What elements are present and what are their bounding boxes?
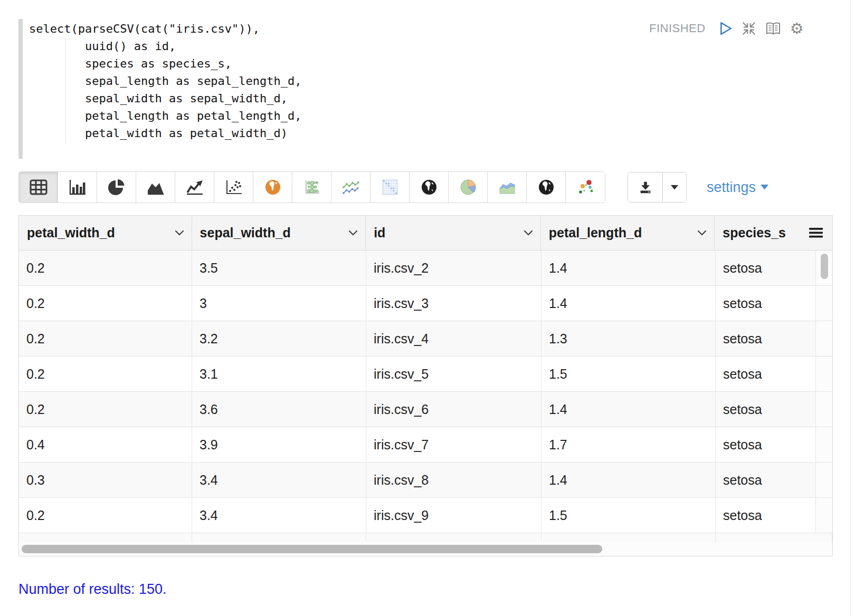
table-cell: 3.2 (192, 321, 366, 356)
pie-chart-color-icon (459, 178, 477, 196)
table-cell: 1.4 (542, 251, 716, 285)
globe-icon (420, 178, 438, 196)
table-cell: 1.5 (542, 498, 716, 533)
orange-globe-icon (264, 178, 282, 196)
table-cell: 3.9 (192, 427, 366, 462)
heatmap-icon (382, 179, 398, 196)
table-cell: iris.csv_4 (366, 321, 542, 356)
result-table: petal_width_d sepal_width_d id petal_len… (18, 215, 833, 556)
column-header-id[interactable]: id (366, 216, 541, 250)
table-cell: setosa (716, 427, 816, 462)
chevron-down-icon[interactable] (524, 230, 533, 236)
table-cell: setosa (716, 463, 816, 497)
table-cell: 3.4 (192, 463, 366, 497)
globe-icon-2 (537, 178, 555, 196)
paragraph-right-border (850, 0, 851, 616)
bubble-chart-icon (303, 179, 321, 196)
table-cell: setosa (716, 286, 816, 321)
globe-map-2-button[interactable] (527, 172, 566, 203)
table-cell: 1.3 (542, 321, 716, 356)
download-options-button[interactable] (663, 172, 686, 202)
chevron-down-icon[interactable] (348, 230, 358, 236)
column-label: species_s (723, 225, 786, 240)
table-row: 0.23.1iris.csv_51.5setosa (19, 357, 832, 392)
scatter-chart-button[interactable] (214, 172, 253, 203)
settings-link[interactable]: settings (707, 179, 768, 196)
scrollbar-gutter (816, 427, 832, 462)
table-cell: setosa (716, 321, 816, 356)
horizontal-scrollbar[interactable] (22, 545, 602, 553)
table-cell: 1.7 (542, 427, 716, 462)
book-icon[interactable] (765, 21, 781, 36)
area-chart-icon (146, 179, 165, 196)
visualization-toolbar: settings (18, 171, 768, 203)
scrollbar-gutter (816, 286, 832, 321)
bar-chart-button[interactable] (58, 172, 97, 203)
table-cell: 1.5 (542, 357, 716, 391)
chevron-down-icon[interactable] (697, 230, 707, 236)
table-row: 0.23.6iris.csv_61.4setosa (19, 392, 832, 427)
heatmap-button[interactable] (370, 172, 410, 203)
download-button[interactable] (628, 172, 663, 202)
grid-menu-button[interactable] (800, 216, 832, 250)
column-header-species[interactable]: species_s (715, 216, 800, 250)
map-orange-globe-button[interactable] (253, 172, 292, 203)
table-icon (30, 179, 48, 195)
table-cell (716, 533, 832, 542)
chevron-down-icon[interactable] (175, 230, 184, 236)
table-header-row: petal_width_d sepal_width_d id petal_len… (19, 216, 832, 251)
scatter-chart-icon (225, 179, 243, 196)
multi-line-chart-button[interactable] (331, 172, 370, 203)
table-cell: iris.csv_9 (366, 498, 542, 533)
table-row: 0.43.9iris.csv_71.7setosa (19, 427, 832, 463)
column-label: petal_length_d (549, 225, 642, 240)
code-text[interactable]: select(parseCSV(cat("iris.csv")), uuid()… (29, 20, 631, 142)
scrollbar-gutter (816, 321, 832, 356)
gear-icon[interactable]: ⚙ (790, 21, 804, 36)
hamburger-menu-icon (809, 228, 823, 238)
code-editor[interactable]: select(parseCSV(cat("iris.csv")), uuid()… (18, 19, 631, 159)
column-header-petal-length[interactable]: petal_length_d (541, 216, 715, 250)
table-cell: 1.4 (542, 463, 716, 497)
table-cell: setosa (716, 357, 816, 391)
status-badge: FINISHED (649, 22, 706, 35)
table-cell: setosa (716, 498, 816, 533)
pie-chart-button[interactable] (97, 172, 136, 203)
multi-line-chart-icon (341, 179, 360, 196)
table-body: 0.23.5iris.csv_21.4setosa0.23iris.csv_31… (19, 251, 832, 542)
table-cell: iris.csv_5 (366, 357, 542, 391)
table-cell: 3.6 (192, 392, 366, 427)
table-row: 0.23.2iris.csv_41.3setosa (19, 321, 832, 357)
table-cell: 0.2 (19, 392, 192, 427)
column-label: sepal_width_d (200, 225, 291, 240)
table-cell: 0.2 (19, 286, 192, 321)
table-button[interactable] (19, 172, 58, 203)
table-cell: setosa (716, 392, 816, 427)
area-chart-color-button[interactable] (488, 172, 527, 203)
table-cell: 0.2 (19, 357, 192, 391)
collapse-icon[interactable] (742, 21, 756, 36)
settings-label: settings (707, 179, 756, 196)
line-chart-button[interactable] (175, 172, 214, 203)
table-cell: iris.csv_2 (366, 251, 542, 285)
table-row: 0.23iris.csv_31.4setosa (19, 286, 832, 321)
column-header-sepal-width[interactable]: sepal_width_d (192, 216, 366, 250)
column-label: petal_width_d (27, 225, 115, 240)
pie-chart-icon (108, 178, 126, 196)
run-play-icon[interactable] (719, 22, 733, 35)
table-cell: 3.4 (192, 498, 366, 533)
table-row: 0.23.4iris.csv_91.5setosa (19, 498, 832, 533)
scatter-chart-color-button[interactable] (566, 172, 605, 203)
caret-down-icon (671, 185, 678, 190)
globe-map-button[interactable] (410, 172, 449, 203)
table-cell: setosa (716, 251, 816, 285)
area-chart-button[interactable] (136, 172, 175, 203)
table-cell: iris.csv_8 (366, 463, 542, 497)
pie-chart-color-button[interactable] (449, 172, 488, 203)
vertical-scrollbar[interactable] (821, 254, 828, 279)
download-icon (638, 180, 653, 195)
indent-guide (65, 38, 66, 142)
chart-type-group (18, 171, 605, 203)
column-header-petal-width[interactable]: petal_width_d (19, 216, 192, 250)
bubble-chart-button[interactable] (292, 172, 331, 203)
